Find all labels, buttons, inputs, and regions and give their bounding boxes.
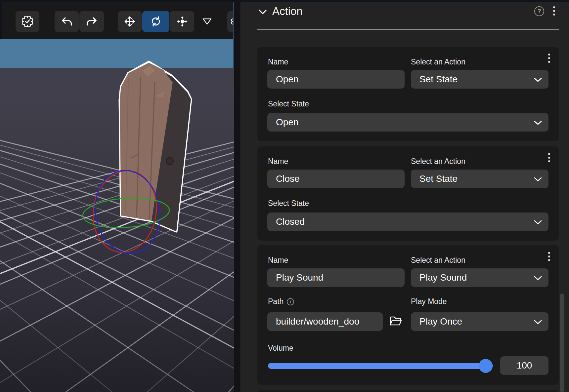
- card-menu-icon[interactable]: [548, 252, 550, 261]
- chevron-down-icon: [534, 117, 542, 128]
- action-select-value: Play Sound: [419, 272, 467, 283]
- chevron-down-icon: [534, 272, 542, 283]
- window-left-edge: [0, 0, 2, 39]
- action-card-close: Name Select an Action Set State Select S…: [257, 146, 559, 241]
- card-menu-icon[interactable]: [548, 153, 550, 162]
- chevron-down-icon: [534, 74, 542, 85]
- folder-open-icon: [389, 316, 402, 327]
- move-tool-button[interactable]: [118, 11, 142, 32]
- move-icon: [124, 16, 135, 27]
- action-select[interactable]: Set State: [411, 70, 548, 89]
- triangle-down-icon: [201, 18, 213, 25]
- state-label: Select State: [268, 199, 309, 208]
- volume-label: Volume: [268, 344, 293, 353]
- volume-slider[interactable]: [268, 363, 493, 369]
- play-mode-label: Play Mode: [411, 297, 447, 306]
- view-options-dropdown[interactable]: [201, 17, 213, 26]
- name-label: Name: [268, 58, 288, 66]
- scale-icon: [177, 16, 188, 27]
- wooden-door-model[interactable]: [120, 62, 191, 231]
- panel-menu-icon[interactable]: [553, 6, 555, 16]
- horizon-fade: [0, 68, 234, 145]
- sky: [0, 39, 234, 68]
- chevron-down-icon: [534, 174, 542, 184]
- undo-icon: [61, 17, 73, 26]
- card-menu-icon[interactable]: [548, 54, 550, 63]
- action-card-open: Name Select an Action Set State Select S…: [257, 47, 559, 141]
- redo-button[interactable]: [79, 11, 104, 32]
- viewport-3d-scene[interactable]: [0, 0, 234, 392]
- action-card-partial: [257, 390, 559, 392]
- chevron-down-icon: [534, 216, 542, 227]
- browse-folder-button[interactable]: [389, 316, 402, 328]
- action-card-play-sound: Name Select an Action Play Sound Path i: [257, 245, 559, 385]
- undo-button[interactable]: [55, 11, 79, 32]
- panel-resize-gutter[interactable]: [234, 0, 241, 392]
- help-icon[interactable]: ?: [534, 6, 544, 16]
- name-input[interactable]: [267, 268, 405, 287]
- path-input[interactable]: [267, 312, 383, 331]
- name-label: Name: [268, 157, 288, 166]
- state-select-value: Open: [276, 117, 299, 128]
- redo-icon: [86, 17, 98, 26]
- header-divider: [257, 29, 559, 30]
- viewport-toolbar: [0, 0, 234, 39]
- action-label: Select an Action: [411, 157, 465, 166]
- volume-slider-thumb[interactable]: [479, 359, 493, 373]
- action-select-value: Set State: [419, 174, 458, 184]
- viewport-3d[interactable]: [0, 0, 234, 392]
- info-icon[interactable]: i: [287, 298, 294, 305]
- action-label: Select an Action: [411, 58, 465, 66]
- action-select-value: Set State: [419, 74, 458, 85]
- door-knob: [166, 157, 173, 165]
- chevron-down-icon: [534, 316, 542, 327]
- panel-title: Action: [272, 5, 303, 17]
- name-input[interactable]: [267, 170, 405, 188]
- panel-scrollbar[interactable]: [560, 294, 564, 392]
- action-select[interactable]: Set State: [411, 170, 548, 188]
- state-select-value: Closed: [276, 216, 305, 227]
- path-label-row: Path i: [268, 297, 294, 306]
- state-select[interactable]: Closed: [267, 213, 548, 231]
- volume-value[interactable]: 100: [500, 356, 548, 375]
- scale-tool-button[interactable]: [170, 11, 194, 32]
- play-mode-select[interactable]: Play Once: [411, 312, 548, 331]
- bottom-vignette: [0, 291, 234, 392]
- name-label: Name: [268, 256, 288, 265]
- rotate-icon: [150, 16, 162, 27]
- rotate-tool-button[interactable]: [142, 11, 169, 32]
- collapse-chevron-icon[interactable]: [259, 9, 267, 16]
- action-select[interactable]: Play Sound: [411, 268, 548, 287]
- action-label: Select an Action: [411, 256, 465, 265]
- badge-tool-button[interactable]: [16, 11, 39, 32]
- play-mode-select-value: Play Once: [419, 316, 462, 327]
- action-panel: Action ? Name Select an Action Set State…: [241, 0, 569, 392]
- window-top-edge: [0, 0, 569, 2]
- name-input[interactable]: [267, 70, 405, 89]
- app-window: Action ? Name Select an Action Set State…: [0, 0, 569, 392]
- state-select[interactable]: Open: [267, 113, 548, 132]
- state-label: Select State: [268, 99, 309, 108]
- path-label: Path: [268, 297, 284, 306]
- badge-check-icon: [22, 16, 33, 27]
